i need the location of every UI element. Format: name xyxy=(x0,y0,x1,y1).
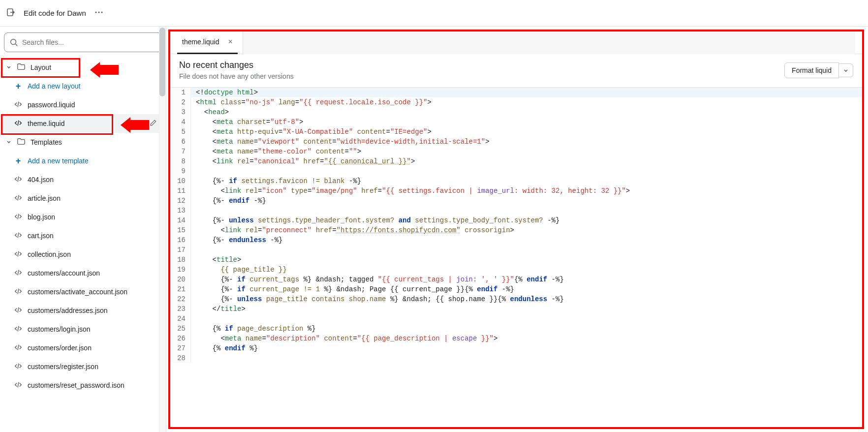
code-line[interactable]: 6 <meta name="viewport" content="width=d… xyxy=(170,137,862,147)
line-number: 1 xyxy=(170,88,191,97)
file-name: theme.liquid xyxy=(28,120,65,127)
code-line[interactable]: 10 {%- if settings.favicon != blank -%} xyxy=(170,176,862,186)
svg-point-3 xyxy=(101,11,102,13)
file-item[interactable]: theme.liquid xyxy=(3,114,163,133)
svg-point-1 xyxy=(95,11,96,13)
add-layout-link[interactable]: + Add a new layout xyxy=(0,77,166,95)
file-item[interactable]: customers/activate_account.json xyxy=(0,282,166,301)
tab-label: theme.liquid xyxy=(182,38,219,46)
code-line[interactable]: 11 <link rel="icon" type="image/png" hre… xyxy=(170,186,862,196)
add-template-link[interactable]: + Add a new template xyxy=(0,152,166,170)
code-line[interactable]: 3 <head> xyxy=(170,107,862,117)
editor: theme.liquid × No recent changes File do… xyxy=(168,30,864,429)
code-line[interactable]: 25 {% if page_description %} xyxy=(170,324,862,334)
file-name: customers/login.json xyxy=(28,325,91,333)
plus-icon: + xyxy=(14,82,23,91)
file-item[interactable]: collection.json xyxy=(0,245,166,264)
line-number: 2 xyxy=(170,97,191,107)
code-line[interactable]: 17 xyxy=(170,245,862,255)
tab-theme-liquid[interactable]: theme.liquid × xyxy=(177,31,238,54)
code-line[interactable]: 4 <meta charset="utf-8"> xyxy=(170,117,862,127)
scrollbar-thumb[interactable] xyxy=(159,28,165,96)
file-item[interactable]: cart.json xyxy=(0,226,166,245)
code-line[interactable]: 22 {%- unless page_title contains shop.n… xyxy=(170,294,862,304)
code-line[interactable]: 14 {%- unless settings.type_header_font.… xyxy=(170,216,862,225)
code-icon xyxy=(14,231,23,241)
delete-icon[interactable] xyxy=(138,119,146,128)
folder-templates[interactable]: Templates xyxy=(0,133,166,152)
line-number: 10 xyxy=(170,176,191,186)
code-line[interactable]: 8 <link rel="canonical" href="{{ canonic… xyxy=(170,156,862,166)
line-number: 28 xyxy=(170,353,191,363)
file-name: blog.json xyxy=(28,213,55,221)
search-field[interactable] xyxy=(22,38,156,46)
file-item[interactable]: customers/addresses.json xyxy=(0,301,166,320)
line-number: 11 xyxy=(170,186,191,196)
code-line[interactable]: 13 xyxy=(170,206,862,216)
line-number: 27 xyxy=(170,343,191,353)
file-name: article.json xyxy=(28,194,61,202)
close-icon[interactable]: × xyxy=(228,38,233,46)
code-line[interactable]: 26 <meta name="description" content="{{ … xyxy=(170,334,862,343)
folder-icon xyxy=(17,62,26,73)
line-number: 18 xyxy=(170,255,191,265)
format-liquid-button[interactable]: Format liquid xyxy=(784,62,839,78)
code-line[interactable]: 23 </title> xyxy=(170,304,862,314)
code-line[interactable]: 5 <meta http-equiv="X-UA-Compatible" con… xyxy=(170,127,862,137)
svg-point-2 xyxy=(98,11,99,13)
line-number: 17 xyxy=(170,245,191,255)
file-item[interactable]: customers/order.json xyxy=(0,339,166,357)
file-name: 404.json xyxy=(28,176,54,184)
format-dropdown[interactable] xyxy=(839,63,853,77)
file-name: collection.json xyxy=(28,250,71,258)
line-number: 14 xyxy=(170,216,191,225)
file-item[interactable]: 404.json xyxy=(0,170,166,189)
file-header: No recent changes File does not have any… xyxy=(170,54,862,88)
line-number: 15 xyxy=(170,225,191,235)
file-name: customers/register.json xyxy=(28,363,98,370)
chevron-down-icon xyxy=(6,138,12,146)
code-line[interactable]: 9 xyxy=(170,166,862,176)
code-line[interactable]: 1<!doctype html> xyxy=(170,88,862,97)
code-icon xyxy=(14,287,23,297)
line-number: 6 xyxy=(170,137,191,147)
code-line[interactable]: 20 {%- if current_tags %} &ndash; tagged… xyxy=(170,275,862,284)
tab-bar: theme.liquid × xyxy=(170,31,862,54)
exit-icon[interactable] xyxy=(6,7,16,19)
code-line[interactable]: 27 {% endif %} xyxy=(170,343,862,353)
more-icon[interactable] xyxy=(94,7,104,19)
page-title: Edit code for Dawn xyxy=(24,9,86,17)
code-line[interactable]: 15 <link rel="preconnect" href="https://… xyxy=(170,225,862,235)
code-line[interactable]: 28 xyxy=(170,353,862,363)
line-number: 3 xyxy=(170,107,191,117)
file-item[interactable]: customers/reset_password.ison xyxy=(0,376,166,395)
code-line[interactable]: 21 {%- if current_page != 1 %} &ndash; P… xyxy=(170,284,862,294)
file-item[interactable]: customers/login.json xyxy=(0,320,166,339)
file-item[interactable]: blog.json xyxy=(0,208,166,226)
file-item[interactable]: password.liquid xyxy=(0,95,166,114)
topbar: Edit code for Dawn xyxy=(0,0,868,27)
sidebar-scrollbar[interactable] xyxy=(159,27,166,432)
code-editor[interactable]: 1<!doctype html>2<html class="no-js" lan… xyxy=(170,88,862,427)
code-line[interactable]: 18 <title> xyxy=(170,255,862,265)
add-template-label: Add a new template xyxy=(28,157,89,165)
folder-layout[interactable]: Layout xyxy=(0,58,166,77)
line-number: 16 xyxy=(170,235,191,245)
code-icon xyxy=(14,175,23,185)
file-item[interactable]: customers/account.json xyxy=(0,264,166,282)
file-item[interactable]: customers/register.json xyxy=(0,357,166,376)
code-icon xyxy=(14,380,23,391)
rename-icon[interactable] xyxy=(149,119,157,128)
code-line[interactable]: 2<html class="no-js" lang="{{ request.lo… xyxy=(170,97,862,107)
code-line[interactable]: 7 <meta name="theme-color" content=""> xyxy=(170,147,862,156)
code-icon xyxy=(14,212,23,222)
code-line[interactable]: 12 {%- endif -%} xyxy=(170,196,862,206)
file-item[interactable]: article.json xyxy=(0,189,166,208)
code-line[interactable]: 19 {{ page_title }} xyxy=(170,265,862,275)
line-number: 12 xyxy=(170,196,191,206)
code-line[interactable]: 16 {%- endunless -%} xyxy=(170,235,862,245)
file-name: customers/addresses.json xyxy=(28,307,108,314)
search-input[interactable] xyxy=(4,32,162,52)
code-line[interactable]: 24 xyxy=(170,314,862,324)
folder-label: Templates xyxy=(31,138,62,146)
